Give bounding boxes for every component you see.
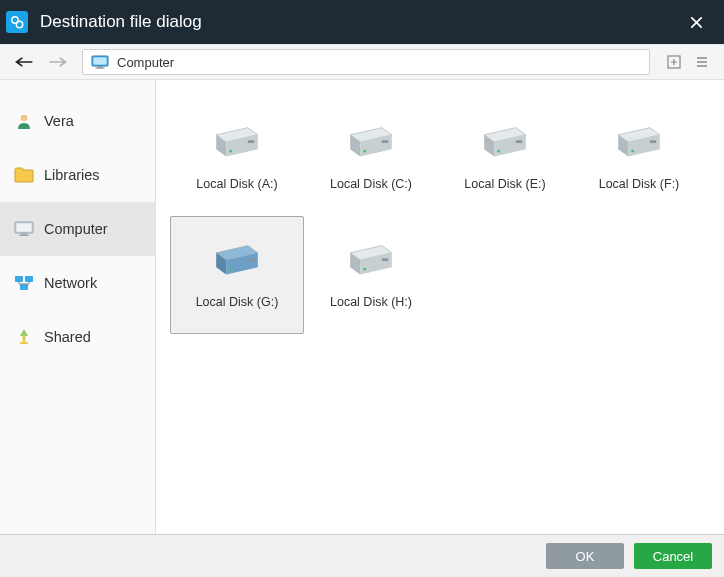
sidebar-item-label: Network xyxy=(44,275,97,291)
disk-item[interactable]: Local Disk (C:) xyxy=(304,98,438,216)
disk-item[interactable]: Local Disk (E:) xyxy=(438,98,572,216)
computer-icon xyxy=(91,55,109,69)
disk-item[interactable]: Local Disk (A:) xyxy=(170,98,304,216)
svg-rect-14 xyxy=(20,284,28,290)
svg-point-35 xyxy=(631,149,634,152)
path-bar[interactable]: Computer xyxy=(82,49,650,75)
svg-point-45 xyxy=(363,267,366,270)
user-icon xyxy=(14,111,34,131)
drive-icon xyxy=(343,124,399,165)
folder-icon xyxy=(14,165,34,185)
shared-icon xyxy=(14,327,34,347)
sidebar-item-label: Libraries xyxy=(44,167,100,183)
forward-button[interactable] xyxy=(44,48,72,76)
sidebar-item-label: Vera xyxy=(44,113,74,129)
drive-icon xyxy=(343,242,399,283)
sidebar-item-network[interactable]: Network xyxy=(0,256,155,310)
disk-item[interactable]: Local Disk (H:) xyxy=(304,216,438,334)
disk-label: Local Disk (H:) xyxy=(330,295,412,309)
svg-point-20 xyxy=(229,149,232,152)
content-pane: Local Disk (A:)Local Disk (C:)Local Disk… xyxy=(156,80,724,534)
disk-label: Local Disk (A:) xyxy=(196,177,277,191)
toolbar: Computer xyxy=(0,44,724,80)
svg-point-25 xyxy=(363,149,366,152)
svg-rect-21 xyxy=(248,140,254,143)
drive-icon xyxy=(477,124,533,165)
disk-item[interactable]: Local Disk (F:) xyxy=(572,98,706,216)
svg-rect-46 xyxy=(382,258,388,261)
title-bar: Destination file dialog xyxy=(0,0,724,44)
sidebar-item-vera[interactable]: Vera xyxy=(0,94,155,148)
sidebar: VeraLibrariesComputerNetworkShared xyxy=(0,80,156,534)
svg-rect-5 xyxy=(96,68,105,69)
svg-rect-11 xyxy=(19,235,29,236)
svg-rect-15 xyxy=(23,335,26,342)
path-text: Computer xyxy=(117,55,174,70)
disk-item[interactable]: Local Disk (G:) xyxy=(170,216,304,334)
svg-rect-3 xyxy=(93,57,106,64)
sidebar-item-label: Computer xyxy=(44,221,108,237)
ok-button[interactable]: OK xyxy=(546,543,624,569)
back-button[interactable] xyxy=(10,48,38,76)
disk-grid: Local Disk (A:)Local Disk (C:)Local Disk… xyxy=(170,98,710,334)
drive-icon xyxy=(209,124,265,165)
app-icon xyxy=(6,11,28,33)
sidebar-item-libraries[interactable]: Libraries xyxy=(0,148,155,202)
drive-icon xyxy=(209,242,265,283)
sidebar-item-computer[interactable]: Computer xyxy=(0,202,155,256)
svg-rect-16 xyxy=(20,342,28,344)
svg-point-40 xyxy=(229,267,232,270)
view-list-button[interactable] xyxy=(690,50,714,74)
svg-rect-31 xyxy=(516,140,522,143)
svg-rect-36 xyxy=(650,140,656,143)
svg-rect-13 xyxy=(25,276,33,282)
disk-label: Local Disk (C:) xyxy=(330,177,412,191)
new-folder-button[interactable] xyxy=(662,50,686,74)
cancel-button[interactable]: Cancel xyxy=(634,543,712,569)
svg-point-7 xyxy=(21,115,28,122)
sidebar-item-shared[interactable]: Shared xyxy=(0,310,155,364)
svg-rect-12 xyxy=(15,276,23,282)
svg-point-30 xyxy=(497,149,500,152)
disk-label: Local Disk (F:) xyxy=(599,177,680,191)
svg-rect-26 xyxy=(382,140,388,143)
svg-rect-41 xyxy=(248,258,254,261)
window-title: Destination file dialog xyxy=(40,12,676,32)
disk-label: Local Disk (E:) xyxy=(464,177,545,191)
main-area: VeraLibrariesComputerNetworkShared Local… xyxy=(0,80,724,535)
close-button[interactable] xyxy=(676,0,716,44)
svg-rect-9 xyxy=(17,224,32,232)
sidebar-item-label: Shared xyxy=(44,329,91,345)
footer: OK Cancel xyxy=(0,535,724,577)
computer-icon xyxy=(14,219,34,239)
disk-label: Local Disk (G:) xyxy=(196,295,279,309)
svg-rect-10 xyxy=(21,234,27,235)
drive-icon xyxy=(611,124,667,165)
network-icon xyxy=(14,273,34,293)
svg-rect-4 xyxy=(97,67,103,68)
svg-point-1 xyxy=(16,21,22,27)
